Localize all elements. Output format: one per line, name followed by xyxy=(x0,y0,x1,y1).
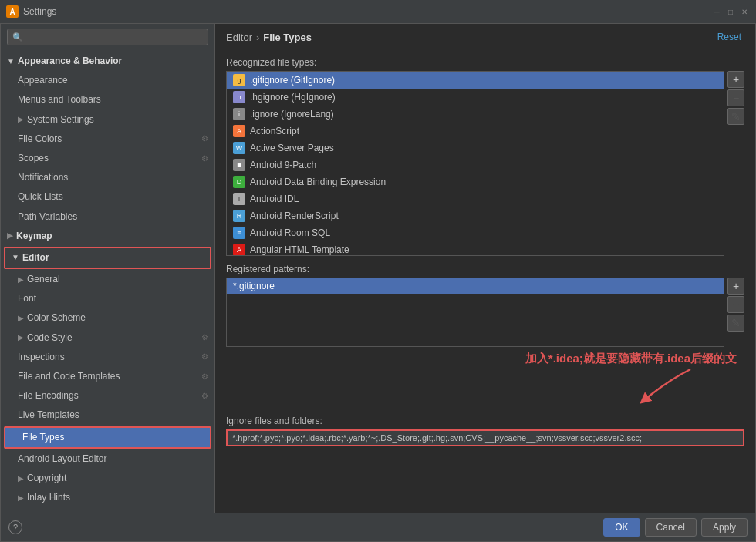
file-type-label: .hgignore (HgIgnore) xyxy=(250,92,336,103)
sidebar-item-inspections[interactable]: Inspections ⚙ xyxy=(1,348,214,367)
sidebar-item-label: Android Layout Editor xyxy=(18,452,106,466)
close-button[interactable]: ✕ xyxy=(739,6,750,17)
sidebar-item-scopes[interactable]: Scopes ⚙ xyxy=(1,149,214,168)
file-type-label: Android IDL xyxy=(250,194,299,204)
sidebar-item-label: Copyright xyxy=(27,471,66,486)
expand-arrow: ▼ xyxy=(12,251,19,264)
app-icon: A xyxy=(6,5,19,18)
remove-file-type-button[interactable]: − xyxy=(727,89,744,106)
patterns-section: Registered patterns: *.gitignore + − ✎ xyxy=(226,264,744,408)
sidebar-item-general[interactable]: ▶ General xyxy=(1,270,214,289)
recognized-section: Recognized file types: g .gitignore (Git… xyxy=(226,57,744,256)
file-type-gitignore[interactable]: g .gitignore (GitIgnore) xyxy=(227,72,724,89)
search-box[interactable]: 🔍 xyxy=(7,29,208,45)
sidebar-item-appearance[interactable]: Appearance xyxy=(1,71,214,90)
help-button[interactable]: ? xyxy=(8,520,22,534)
patterns-list: *.gitignore xyxy=(226,278,724,347)
search-input[interactable] xyxy=(26,32,203,42)
breadcrumb-current: File Types xyxy=(263,32,312,43)
breadcrumb-separator: › xyxy=(256,32,259,43)
add-pattern-button[interactable]: + xyxy=(727,278,744,295)
breadcrumb: Editor › File Types xyxy=(226,32,312,43)
file-icon-ignore: i xyxy=(233,108,245,120)
file-type-android-renderscript[interactable]: R Android RenderScript xyxy=(227,207,724,224)
sidebar-item-color-scheme[interactable]: ▶ Color Scheme xyxy=(1,308,214,328)
file-type-hgignore[interactable]: h .hgignore (HgIgnore) xyxy=(227,89,724,106)
settings-icon: ⚙ xyxy=(201,153,208,165)
sidebar-item-appearance-behavior[interactable]: ▼ Appearance & Behavior xyxy=(1,52,214,71)
file-icon-action: A xyxy=(233,125,245,137)
sidebar-item-system-settings[interactable]: ▶ System Settings xyxy=(1,110,214,130)
expand-arrow: ▶ xyxy=(18,312,24,325)
sidebar-item-keymap[interactable]: ▶ Keymap xyxy=(1,227,214,246)
sidebar-item-menus-toolbars[interactable]: Menus and Toolbars xyxy=(1,90,214,109)
ignore-input[interactable] xyxy=(226,429,744,446)
sidebar-item-notifications[interactable]: Notifications xyxy=(1,168,214,187)
file-type-active-server[interactable]: W Active Server Pages xyxy=(227,140,724,157)
sidebar-item-label: Quick Lists xyxy=(18,190,63,204)
expand-arrow: ▶ xyxy=(18,274,24,286)
sidebar-item-label: Live Templates xyxy=(18,408,79,422)
sidebar-item-label: Menus and Toolbars xyxy=(18,93,101,107)
file-icon-rs: R xyxy=(233,210,245,222)
annotation-arrow xyxy=(621,365,714,408)
sidebar-item-live-templates[interactable]: Live Templates xyxy=(1,406,214,425)
apply-button[interactable]: Apply xyxy=(701,518,748,537)
sidebar-item-file-code-templates[interactable]: File and Code Templates ⚙ xyxy=(1,367,214,386)
dialog-footer: ? OK Cancel Apply xyxy=(1,513,755,541)
file-type-actionscript[interactable]: A ActionScript xyxy=(227,123,724,140)
file-types-list-with-controls: g .gitignore (GitIgnore) h .hgignore (Hg… xyxy=(226,71,744,256)
patterns-list-with-controls: *.gitignore + − ✎ xyxy=(226,278,744,347)
window-controls[interactable]: ─ □ ✕ xyxy=(711,6,750,17)
file-type-angular-html[interactable]: A Angular HTML Template xyxy=(227,241,724,256)
ok-button[interactable]: OK xyxy=(603,518,640,537)
sidebar-item-label: Editor xyxy=(22,251,49,265)
sidebar-item-label: Inspections xyxy=(18,350,65,365)
recognized-label: Recognized file types: xyxy=(226,57,744,68)
sidebar-item-label: Notifications xyxy=(18,170,68,185)
sidebar-item-quick-lists[interactable]: Quick Lists xyxy=(1,187,214,207)
tree-section: ▼ Appearance & Behavior Appearance Menus… xyxy=(1,50,214,513)
file-type-android-room-sql[interactable]: ≡ Android Room SQL xyxy=(227,224,724,241)
sidebar-item-label: File Colors xyxy=(18,132,62,146)
panel-body: Recognized file types: g .gitignore (Git… xyxy=(215,49,755,513)
reset-button[interactable]: Reset xyxy=(714,30,744,44)
sidebar-item-file-colors[interactable]: File Colors ⚙ xyxy=(1,130,214,149)
footer-right: OK Cancel Apply xyxy=(603,518,748,537)
sidebar-item-label: Path Variables xyxy=(18,210,77,224)
pattern-gitignore[interactable]: *.gitignore xyxy=(227,278,724,294)
breadcrumb-parent: Editor xyxy=(226,32,252,43)
sidebar-item-file-types[interactable]: File Types xyxy=(4,426,211,449)
maximize-button[interactable]: □ xyxy=(725,6,736,17)
sidebar-item-font[interactable]: Font xyxy=(1,289,214,308)
file-icon-web: W xyxy=(233,142,245,154)
sidebar-item-android-layout-editor[interactable]: Android Layout Editor xyxy=(1,449,214,469)
file-type-ignore[interactable]: i .ignore (IgnoreLang) xyxy=(227,106,724,123)
sidebar-item-label: Keymap xyxy=(16,229,52,244)
ignore-section: Ignore files and folders: xyxy=(226,416,744,446)
sidebar-item-label: File Types xyxy=(22,430,64,445)
edit-pattern-button[interactable]: ✎ xyxy=(727,315,744,332)
file-type-android-data-binding[interactable]: D Android Data Binding Expression xyxy=(227,173,724,190)
file-type-label: Android RenderScript xyxy=(250,210,339,221)
file-type-android-idl[interactable]: I Android IDL xyxy=(227,190,724,207)
file-type-android-9patch[interactable]: ■ Android 9-Patch xyxy=(227,157,724,173)
titlebar: A Settings ─ □ ✕ xyxy=(0,0,756,23)
sidebar-item-copyright[interactable]: ▶ Copyright xyxy=(1,469,214,488)
file-types-side-controls: + − ✎ xyxy=(727,71,744,256)
remove-pattern-button[interactable]: − xyxy=(727,296,744,313)
sidebar-item-duplicates[interactable]: Duplicates xyxy=(1,507,214,513)
minimize-button[interactable]: ─ xyxy=(711,6,722,17)
file-types-list: g .gitignore (GitIgnore) h .hgignore (Hg… xyxy=(226,71,724,256)
sidebar-item-file-encodings[interactable]: File Encodings ⚙ xyxy=(1,386,214,406)
sidebar-item-path-variables[interactable]: Path Variables xyxy=(1,207,214,227)
add-file-type-button[interactable]: + xyxy=(727,71,744,88)
edit-file-type-button[interactable]: ✎ xyxy=(727,108,744,125)
sidebar-item-inlay-hints[interactable]: ▶ Inlay Hints xyxy=(1,488,214,507)
file-type-label: Active Server Pages xyxy=(250,143,334,153)
sidebar-item-code-style[interactable]: ▶ Code Style ⚙ xyxy=(1,328,214,348)
sidebar-item-editor[interactable]: ▼ Editor xyxy=(4,247,211,269)
file-icon-idl: I xyxy=(233,193,245,205)
cancel-button[interactable]: Cancel xyxy=(645,518,697,537)
expand-arrow: ▶ xyxy=(18,473,24,485)
